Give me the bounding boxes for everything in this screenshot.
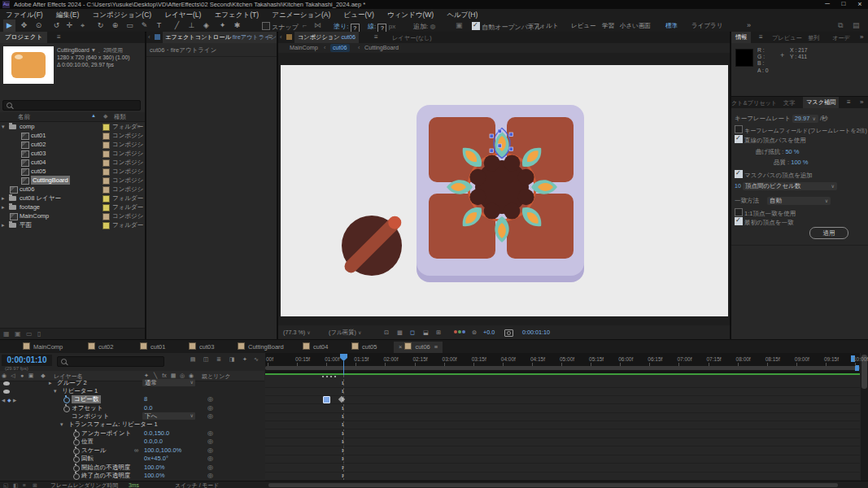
property-value[interactable]: 0x+45.0° xyxy=(144,455,168,463)
project-row-cut01[interactable]: cut01 コンポジション xyxy=(0,131,145,140)
keyframe-fields-checkbox[interactable] xyxy=(735,125,743,133)
label-chip[interactable] xyxy=(103,177,110,185)
property-value[interactable]: 100.0% xyxy=(144,472,164,480)
item-name[interactable]: MainComp xyxy=(20,211,49,220)
project-row-cut06[interactable]: cut06 コンポジション xyxy=(0,185,145,194)
project-row-cut08-layers[interactable]: ▸ cut08 レイヤー フォルダー xyxy=(0,194,145,203)
row-composite[interactable]: コンポジット 下へ∨ ◎ xyxy=(0,412,264,420)
bend-resistance-value[interactable]: 50 % xyxy=(785,148,799,155)
item-name[interactable]: cut06 xyxy=(20,185,34,194)
keyframe-rate-dropdown[interactable]: 29.97∨ xyxy=(792,115,818,123)
breadcrumb-current[interactable]: cut06 xyxy=(330,44,350,52)
view-options-icon[interactable]: ⬓ xyxy=(423,325,429,339)
workspace-learn[interactable]: 学習 xyxy=(602,22,614,30)
twirl-right-icon[interactable]: ▸ xyxy=(2,194,5,203)
group-name[interactable]: トランスフォーム: リピーター 1 xyxy=(68,420,158,429)
property-pickwhip-icon[interactable]: ◎ xyxy=(207,472,213,480)
folder-options-icon[interactable]: ▣ xyxy=(456,21,463,29)
project-row-maincomp[interactable]: MainComp コンポジション xyxy=(0,211,145,220)
track-row[interactable] xyxy=(265,455,860,464)
row-start-opacity[interactable]: 開始点の不透明度 100.0% ◎ xyxy=(0,464,264,472)
shape-tool[interactable]: ▭ xyxy=(124,20,136,32)
snap-box-icon[interactable] xyxy=(262,22,270,30)
timeline-tab-cut03[interactable]: cut03 xyxy=(189,342,214,353)
twirl-right-icon[interactable]: ▸ xyxy=(49,379,52,387)
row-transform-repeater[interactable]: ▾ トランスフォーム: リピーター 1 xyxy=(0,420,264,429)
puppet-pin-tool[interactable]: ✱ xyxy=(231,20,243,32)
snapshot-camera-icon[interactable] xyxy=(504,329,513,337)
motion-blur-icon[interactable]: ✦ xyxy=(241,356,249,363)
property-pickwhip-icon[interactable]: ◎ xyxy=(207,438,213,446)
switches-modes-toggle[interactable]: スイッチ / モード xyxy=(175,481,219,488)
stopwatch-icon[interactable] xyxy=(73,448,80,455)
keyframe-fields-row[interactable]: キーフレームフィールド(フレームレートを2倍) xyxy=(735,125,867,135)
panel-options-icon[interactable]: ▤ xyxy=(853,21,860,29)
graph-editor-icon[interactable]: ∿ xyxy=(252,356,260,363)
effect-controls-menu-icon[interactable]: ≡ xyxy=(268,33,273,41)
label-chip[interactable] xyxy=(103,186,110,194)
property-pickwhip-icon[interactable]: ◎ xyxy=(207,455,213,463)
zoom-tool[interactable]: ⊙ xyxy=(33,20,45,32)
composition-canvas[interactable] xyxy=(281,65,728,316)
workspace-standard-active[interactable]: 標準 xyxy=(665,22,678,30)
timeline-tab-cut06-active[interactable]: ×cut06≡ xyxy=(394,342,443,353)
property-name[interactable]: スケール xyxy=(81,447,107,455)
selection-handle[interactable] xyxy=(490,134,494,138)
track-row[interactable] xyxy=(265,472,860,481)
timeline-tab-cut01[interactable]: cut01 xyxy=(140,342,165,353)
orbit-camera-tool[interactable]: ↺ xyxy=(50,20,63,32)
toggle-expand-icon-4[interactable]: ⊞ xyxy=(33,481,37,488)
mask-interp-overflow[interactable]: » xyxy=(860,98,863,106)
label-chip[interactable] xyxy=(103,124,110,131)
eye-icon[interactable] xyxy=(3,381,10,386)
dolly-camera-tool[interactable]: ⌖ xyxy=(76,20,89,32)
track-row[interactable] xyxy=(265,420,860,429)
timeline-tab-cuttingboard[interactable]: CuttingBoard xyxy=(238,342,284,353)
item-name[interactable]: cut05 xyxy=(31,167,46,176)
toggle-expand-icon-3[interactable]: ≡ xyxy=(23,481,26,488)
twirl-right-icon[interactable]: ▸ xyxy=(2,203,5,211)
frame-blending-icon[interactable]: ◨ xyxy=(228,356,236,363)
hand-tool[interactable]: ✥ xyxy=(18,20,30,32)
label-chip[interactable] xyxy=(103,159,110,167)
close-button[interactable]: × xyxy=(853,0,867,8)
property-name[interactable]: 開始点の不透明度 xyxy=(81,464,130,472)
item-name[interactable]: cut02 xyxy=(31,140,46,149)
anchor-point-tool[interactable]: ⊕ xyxy=(109,20,121,32)
pen-tool[interactable]: ✎ xyxy=(138,20,150,32)
add-vertices-checkbox[interactable] xyxy=(735,170,743,178)
timeline-tab-maincomp[interactable]: MainComp xyxy=(23,342,63,353)
project-row-comp[interactable]: ▾ comp フォルダー ⌗ xyxy=(0,122,145,131)
timeline-tab-cut04[interactable]: cut04 xyxy=(303,342,328,353)
property-pickwhip-icon[interactable]: ◎ xyxy=(207,429,213,438)
label-chip[interactable] xyxy=(103,168,110,176)
tab-align[interactable]: 整列 xyxy=(808,34,819,42)
new-composition-icon[interactable]: ▭ xyxy=(26,330,33,338)
tab-project[interactable]: プロジェクト xyxy=(0,32,47,43)
property-name[interactable]: 回転 xyxy=(81,455,94,463)
timeline-tab-cut02[interactable]: cut02 xyxy=(88,342,113,353)
add-vertices-row[interactable]: マスクパスの頂点を追加 xyxy=(735,170,813,180)
property-pickwhip-icon[interactable]: ◎ xyxy=(207,404,213,412)
label-chip[interactable] xyxy=(103,133,110,140)
label-chip[interactable] xyxy=(103,142,110,149)
label-chip[interactable] xyxy=(103,150,110,158)
item-name[interactable]: 平面 xyxy=(20,220,32,229)
roto-brush-tool[interactable]: ✦ xyxy=(216,20,229,32)
maximize-button[interactable]: □ xyxy=(836,0,851,7)
property-name[interactable]: オフセット xyxy=(72,404,103,412)
property-pickwhip-icon[interactable]: ◎ xyxy=(207,447,213,455)
linear-vertex-checkbox[interactable] xyxy=(735,135,743,143)
property-value[interactable]: 0.0,150.0 xyxy=(144,429,169,438)
label-chip[interactable] xyxy=(103,222,110,229)
interpret-footage-icon[interactable]: ▦ xyxy=(3,330,10,338)
tab-preview[interactable]: プレビュー xyxy=(772,34,802,42)
tab-audio[interactable]: オーデ xyxy=(832,34,850,42)
tab-mask-interpolation[interactable]: マスク補間 xyxy=(803,97,839,108)
property-name[interactable]: 位置 xyxy=(81,438,94,446)
prev-keyframe-icon[interactable]: ◀ xyxy=(2,396,5,404)
workspace-default[interactable]: デフォルト xyxy=(527,22,558,30)
matching-method-dropdown[interactable]: 自動∨ xyxy=(767,197,831,205)
exposure-reset-icon[interactable]: ⊚ xyxy=(472,325,477,339)
label-chip[interactable] xyxy=(103,195,110,203)
